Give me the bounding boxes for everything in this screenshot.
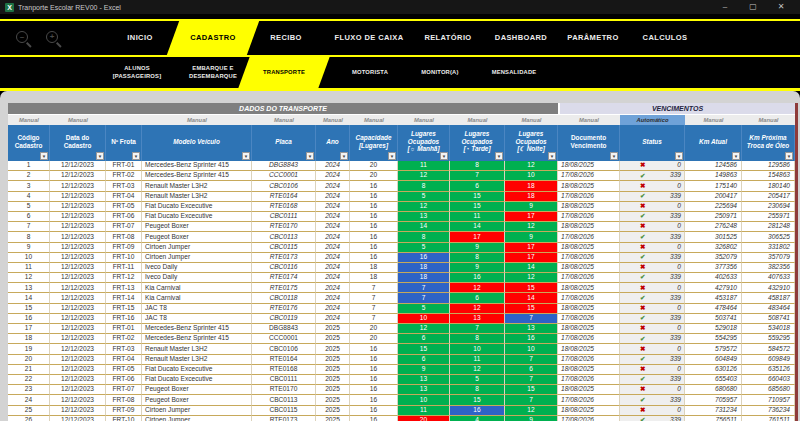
cell[interactable]: Renault Master L3H2 (142, 181, 252, 191)
cell[interactable]: 12/12/2023 (50, 202, 106, 212)
subtab-mensalidade[interactable]: MENSALIDADE (478, 57, 550, 88)
cell[interactable]: 16 (350, 212, 398, 222)
cell[interactable]: Fiat Ducato Excecutive (142, 202, 252, 212)
seats-morning[interactable]: 18 (398, 273, 450, 283)
cell[interactable]: 2024 (316, 222, 350, 232)
cell[interactable]: FRT-08 (106, 232, 142, 242)
cell[interactable]: 12/12/2023 (50, 344, 106, 354)
seats-night[interactable]: 12 (505, 273, 558, 283)
cell[interactable]: 16 (350, 416, 398, 421)
km-proxima-cell[interactable]: 508741 (742, 314, 795, 324)
column-header-8 afternoon-clock-icon[interactable]: Lugares Ocupados [◔ Tarde]▼ (450, 125, 505, 161)
status-cell[interactable]: ✖0 (620, 222, 685, 232)
seats-afternoon[interactable]: 15 (450, 395, 505, 405)
seats-afternoon[interactable]: 14 (450, 222, 505, 232)
cell[interactable]: FRT-09 (106, 406, 142, 416)
cell[interactable]: 2024 (316, 314, 350, 324)
filter-dropdown-icon[interactable]: ▼ (610, 152, 618, 160)
seats-afternoon[interactable]: 6 (450, 293, 505, 303)
cell[interactable]: 12/12/2023 (50, 171, 106, 181)
seats-night[interactable]: 9 (505, 416, 558, 421)
seats-morning[interactable]: 7 (398, 283, 450, 293)
seats-morning[interactable]: 20 (398, 416, 450, 421)
cell[interactable]: 18/08/2025 (558, 365, 620, 375)
cell[interactable]: FRT-12 (106, 273, 142, 283)
seats-night[interactable]: 18 (505, 192, 558, 202)
cell[interactable]: 18/08/2025 (558, 406, 620, 416)
cell[interactable]: 8 (8, 232, 50, 242)
km-proxima-cell[interactable]: 306525 (742, 232, 795, 242)
cell[interactable]: Kia Carnival (142, 293, 252, 303)
km-atual-cell[interactable]: 655403 (685, 375, 742, 385)
cell[interactable]: 18/08/2025 (558, 344, 620, 354)
column-header-12[interactable]: Km Atual▼ (685, 125, 742, 161)
km-proxima-cell[interactable]: 534018 (742, 324, 795, 334)
filter-dropdown-icon[interactable]: ▼ (340, 152, 348, 160)
cell[interactable]: 12/12/2023 (50, 232, 106, 242)
cell[interactable]: CBC0106 (252, 344, 316, 354)
cell[interactable]: 16 (350, 385, 398, 395)
cell[interactable]: FRT-16 (106, 314, 142, 324)
cell[interactable]: FRT-02 (106, 171, 142, 181)
cell[interactable]: 20 (350, 171, 398, 181)
cell[interactable]: 10 (8, 253, 50, 263)
cell[interactable]: 12/12/2023 (50, 273, 106, 283)
cell[interactable]: Kia Carnival (142, 283, 252, 293)
seats-morning[interactable]: 15 (398, 344, 450, 354)
status-cell[interactable]: ✖0 (620, 243, 685, 253)
filter-dropdown-icon[interactable]: ▼ (495, 152, 503, 160)
cell[interactable]: Mercedes-Benz Sprinter 415 (142, 334, 252, 344)
km-proxima-cell[interactable]: 357079 (742, 253, 795, 263)
cell[interactable]: 14 (8, 293, 50, 303)
seats-morning[interactable]: 13 (398, 385, 450, 395)
column-header-3[interactable]: Modelo Veículo▼ (142, 125, 252, 161)
cell[interactable]: 17/08/2026 (558, 192, 620, 202)
km-atual-cell[interactable]: 756511 (685, 416, 742, 421)
cell[interactable]: CBC0118 (252, 293, 316, 303)
cell[interactable]: 2025 (316, 365, 350, 375)
cell[interactable]: Peugeot Boxer (142, 395, 252, 405)
km-proxima-cell[interactable]: 255971 (742, 212, 795, 222)
cell[interactable]: 12/12/2023 (50, 181, 106, 191)
km-proxima-cell[interactable]: 559295 (742, 334, 795, 344)
cell[interactable]: 2025 (316, 324, 350, 334)
seats-night[interactable]: 15 (505, 385, 558, 395)
maximize-button[interactable]: ▢ (739, 0, 767, 14)
km-proxima-cell[interactable]: 660403 (742, 375, 795, 385)
cell[interactable]: 16 (350, 253, 398, 263)
km-atual-cell[interactable]: 301525 (685, 232, 742, 242)
seats-afternoon[interactable]: 12 (450, 283, 505, 293)
km-atual-cell[interactable]: 225694 (685, 202, 742, 212)
seats-afternoon[interactable]: 6 (450, 181, 505, 191)
status-cell[interactable]: ✔339 (620, 273, 685, 283)
cell[interactable]: CBC0106 (252, 181, 316, 191)
cell[interactable]: CBC0111 (252, 375, 316, 385)
cell[interactable]: Renault Master L3H2 (142, 192, 252, 202)
seats-night[interactable]: 6 (505, 365, 558, 375)
close-button[interactable]: ✕ (767, 0, 795, 14)
cell[interactable]: 18/08/2025 (558, 324, 620, 334)
cell[interactable]: FRT-07 (106, 222, 142, 232)
cell[interactable]: 2025 (316, 344, 350, 354)
cell[interactable]: 12/12/2023 (50, 375, 106, 385)
cell[interactable]: CBC0113 (252, 232, 316, 242)
cell[interactable]: 16 (350, 243, 398, 253)
cell[interactable]: 17/08/2026 (558, 253, 620, 263)
cell[interactable]: RTE0174 (252, 273, 316, 283)
column-header-1[interactable]: Data do Cadastro▼ (50, 125, 106, 161)
cell[interactable]: 16 (350, 344, 398, 354)
seats-morning[interactable]: 11 (398, 406, 450, 416)
cell[interactable]: 18/08/2025 (558, 304, 620, 314)
cell[interactable]: 16 (350, 365, 398, 375)
cell[interactable]: CBC0119 (252, 314, 316, 324)
km-proxima-cell[interactable]: 407633 (742, 273, 795, 283)
cell[interactable]: FRT-07 (106, 385, 142, 395)
km-atual-cell[interactable]: 554295 (685, 334, 742, 344)
km-atual-cell[interactable]: 149863 (685, 171, 742, 181)
km-proxima-cell[interactable]: 710957 (742, 395, 795, 405)
cell[interactable]: CBC0113 (252, 395, 316, 405)
cell[interactable]: 16 (350, 355, 398, 365)
cell[interactable]: 22 (8, 375, 50, 385)
km-atual-cell[interactable]: 579572 (685, 344, 742, 354)
cell[interactable]: RTE0170 (252, 385, 316, 395)
